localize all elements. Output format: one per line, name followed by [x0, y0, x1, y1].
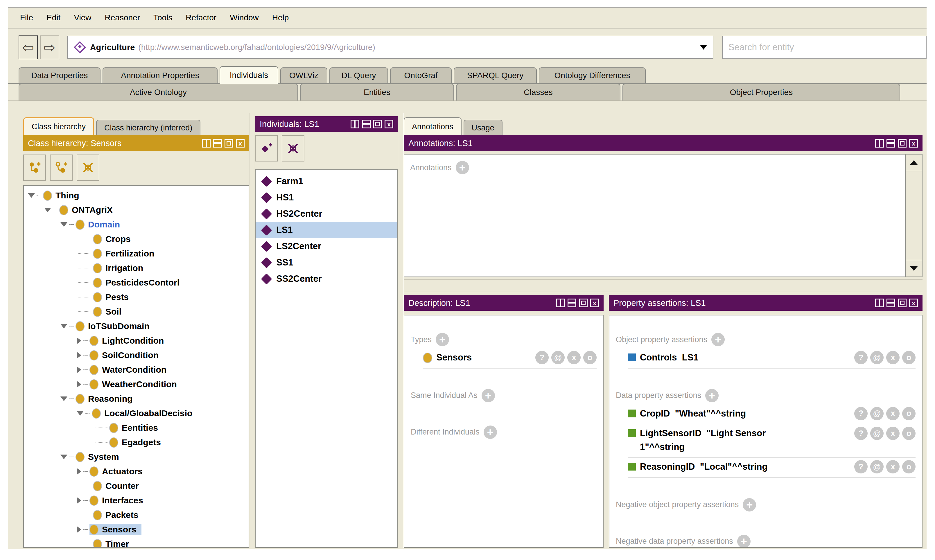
float-icon[interactable] — [579, 298, 587, 307]
annotate-button[interactable]: @ — [870, 407, 884, 420]
horizontal-split-icon[interactable] — [886, 139, 895, 148]
tab-ontology-differences[interactable]: Ontology Differences — [539, 68, 646, 83]
tree-item[interactable]: Fertilization — [24, 246, 249, 261]
delete-individual-button[interactable] — [282, 135, 304, 162]
tree-item[interactable]: Domain — [24, 217, 249, 232]
type-entry[interactable]: Sensors ? @ x o — [423, 351, 597, 369]
delete-button[interactable]: x — [886, 460, 900, 474]
menu-window[interactable]: Window — [223, 13, 266, 22]
add-negative-data-property-button[interactable]: + — [737, 535, 750, 548]
tab-class-hierarchy[interactable]: Class hierarchy — [23, 117, 94, 135]
tree-item[interactable]: WaterCondition — [24, 363, 249, 377]
vertical-split-icon[interactable] — [875, 139, 884, 148]
scroll-up-button[interactable] — [906, 154, 922, 171]
tree-item[interactable]: IoTSubDomain — [24, 319, 249, 334]
list-item[interactable]: SS1 — [255, 254, 397, 271]
tree-item[interactable]: Local/GloabalDecisio — [24, 406, 249, 421]
close-icon[interactable]: x — [236, 139, 245, 148]
tree-item[interactable]: Irrigation — [24, 261, 249, 275]
annotate-button[interactable]: @ — [870, 460, 884, 474]
tab-dl-query[interactable]: DL Query — [329, 68, 388, 83]
tree-item[interactable]: Packets — [24, 508, 249, 522]
tree-item[interactable]: PesticidesContorl — [24, 275, 249, 290]
add-same-individual-button[interactable]: + — [481, 389, 495, 402]
tree-item[interactable]: System — [24, 450, 249, 464]
data-property-assertion[interactable]: ReasoningID "Local"^^string ? @ x o — [628, 460, 915, 478]
class-tree[interactable]: Thing ONTAgriX Domain Crops Fertilizatio… — [23, 185, 249, 548]
tab-object-properties[interactable]: Object Properties — [623, 84, 900, 100]
expand-icon[interactable] — [77, 468, 82, 475]
close-icon[interactable]: x — [909, 139, 918, 148]
explain-button[interactable]: ? — [854, 407, 867, 420]
add-annotation-button[interactable]: + — [456, 161, 469, 174]
close-icon[interactable]: x — [909, 298, 918, 307]
tree-item[interactable]: Thing — [24, 188, 249, 203]
tree-item[interactable]: Pests — [24, 290, 249, 305]
tab-individuals[interactable]: Individuals — [220, 66, 278, 84]
menu-edit[interactable]: Edit — [40, 13, 67, 22]
tab-classes[interactable]: Classes — [456, 84, 620, 100]
list-item[interactable]: HS1 — [255, 189, 397, 206]
expand-icon[interactable] — [77, 352, 82, 359]
vertical-split-icon[interactable] — [875, 298, 884, 307]
add-different-individuals-button[interactable]: + — [484, 426, 497, 439]
horizontal-split-icon[interactable] — [567, 298, 576, 307]
explain-button[interactable]: ? — [854, 351, 867, 364]
menu-help[interactable]: Help — [266, 13, 296, 22]
vertical-split-icon[interactable] — [556, 298, 565, 307]
edit-button[interactable]: o — [902, 407, 915, 420]
collapse-icon[interactable] — [60, 455, 68, 459]
tab-usage[interactable]: Usage — [464, 120, 503, 135]
float-icon[interactable] — [898, 139, 907, 148]
data-property-assertion[interactable]: LightSensorID "Light Sensor 1"^^string ?… — [628, 427, 915, 458]
menu-reasoner[interactable]: Reasoner — [98, 13, 147, 22]
close-icon[interactable]: x — [384, 120, 393, 128]
delete-button[interactable]: x — [886, 351, 900, 364]
splitter-vertical[interactable] — [249, 113, 255, 548]
collapse-icon[interactable] — [28, 193, 35, 198]
add-type-button[interactable]: + — [436, 333, 449, 346]
float-icon[interactable] — [225, 139, 233, 148]
add-negative-object-property-button[interactable]: + — [743, 498, 756, 511]
tab-ontograf[interactable]: OntoGraf — [390, 68, 452, 83]
forward-button[interactable]: ⇨ — [40, 35, 59, 59]
tab-entities[interactable]: Entities — [300, 84, 454, 100]
add-individual-button[interactable] — [255, 135, 278, 162]
tab-annotations[interactable]: Annotations — [404, 117, 461, 135]
tree-item[interactable]: Crops — [24, 232, 249, 246]
active-ontology-selector[interactable]: Agriculture (http://www.semanticweb.org/… — [68, 36, 714, 59]
vertical-split-icon[interactable] — [351, 120, 359, 128]
collapse-icon[interactable] — [60, 397, 68, 401]
expand-icon[interactable] — [77, 337, 82, 344]
tab-owlviz[interactable]: OWLViz — [280, 68, 328, 83]
add-data-property-assertion-button[interactable]: + — [705, 389, 718, 402]
menu-tools[interactable]: Tools — [147, 13, 179, 22]
expand-icon[interactable] — [77, 526, 82, 533]
horizontal-split-icon[interactable] — [362, 120, 371, 128]
add-sibling-class-button[interactable] — [50, 154, 72, 181]
add-object-property-assertion-button[interactable]: + — [711, 333, 725, 346]
tab-active-ontology[interactable]: Active Ontology — [18, 84, 298, 100]
data-property-assertion[interactable]: CropID "Wheat"^^string ? @ x o — [628, 407, 915, 425]
edit-button[interactable]: o — [902, 460, 915, 474]
edit-button[interactable]: o — [583, 351, 597, 364]
delete-button[interactable]: x — [886, 427, 900, 440]
tab-sparql-query[interactable]: SPARQL Query — [454, 68, 537, 83]
splitter-horizontal[interactable] — [404, 279, 923, 292]
annotate-button[interactable]: @ — [870, 351, 884, 364]
scroll-down-button[interactable] — [906, 260, 922, 277]
tree-item[interactable]: Soil — [24, 305, 249, 319]
add-subclass-button[interactable] — [23, 154, 46, 181]
explain-button[interactable]: ? — [854, 460, 867, 474]
collapse-icon[interactable] — [60, 324, 68, 329]
tree-item-selected[interactable]: Sensors — [24, 522, 249, 537]
expand-icon[interactable] — [77, 366, 82, 373]
annotate-button[interactable]: @ — [551, 351, 564, 364]
tree-item[interactable]: Counter — [24, 478, 249, 493]
tab-class-hierarchy-inferred[interactable]: Class hierarchy (inferred) — [96, 120, 200, 135]
menu-file[interactable]: File — [13, 13, 40, 22]
delete-class-button[interactable] — [77, 154, 99, 181]
vertical-split-icon[interactable] — [202, 139, 211, 148]
float-icon[interactable] — [898, 298, 907, 307]
menu-refactor[interactable]: Refactor — [179, 13, 223, 22]
